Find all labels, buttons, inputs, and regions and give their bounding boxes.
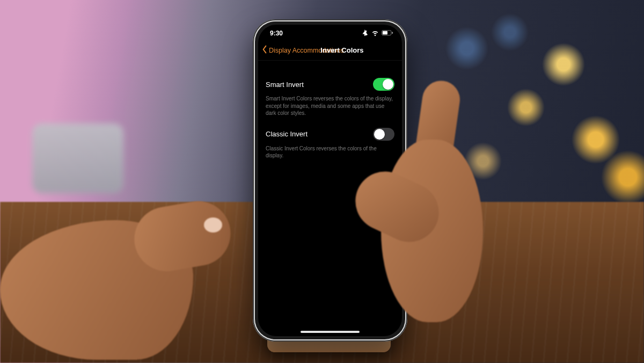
left-hand bbox=[0, 140, 231, 363]
status-time: 9:30 bbox=[270, 30, 283, 37]
classic-invert-description: Classic Invert Colors reverses the color… bbox=[266, 144, 394, 167]
nav-bar: Display Accommodations Invert Colors bbox=[258, 43, 402, 61]
wifi-icon bbox=[371, 30, 379, 36]
display-notch bbox=[295, 25, 365, 37]
page-title: Invert Colors bbox=[320, 46, 363, 54]
smart-invert-description: Smart Invert Colors reverses the colors … bbox=[266, 94, 394, 125]
svg-rect-2 bbox=[392, 32, 393, 34]
classic-invert-label: Classic Invert bbox=[266, 130, 308, 138]
svg-rect-1 bbox=[383, 31, 387, 34]
smart-invert-label: Smart Invert bbox=[266, 81, 304, 89]
photo-scene: 9:30 bbox=[0, 0, 644, 363]
chevron-left-icon bbox=[261, 45, 268, 55]
home-indicator[interactable] bbox=[301, 331, 360, 333]
smart-invert-row: Smart Invert bbox=[266, 75, 394, 94]
battery-icon bbox=[382, 30, 393, 36]
classic-invert-row: Classic Invert bbox=[266, 125, 394, 144]
settings-list: Smart Invert Smart Invert Colors reverse… bbox=[258, 61, 402, 167]
right-hand bbox=[386, 64, 526, 344]
